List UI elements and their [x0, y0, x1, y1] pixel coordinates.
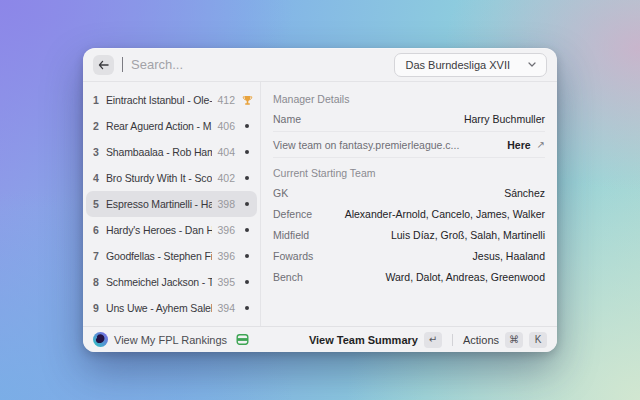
rankings-list: 1 Eintracht Istanbul - Ole-... 412 2 Rea… — [83, 82, 261, 326]
footer-divider — [452, 334, 453, 346]
detail-panel: Manager Details Name Harry Buchmuller Vi… — [261, 82, 557, 326]
team-score: 412 — [217, 94, 235, 106]
dot-icon — [241, 228, 253, 232]
rank-number: 8 — [91, 276, 101, 288]
chevron-down-icon — [528, 62, 536, 67]
list-item[interactable]: 4 Bro Sturdy With It - Sco... 402 — [86, 165, 257, 191]
bench-row: Bench Ward, Dalot, Andreas, Greenwood — [273, 266, 545, 287]
position-value: Jesus, Haaland — [473, 250, 545, 262]
footer-command-label: View My FPL Rankings — [114, 334, 227, 346]
team-title: Hardy's Heroes - Dan H... — [106, 224, 212, 236]
green-list-icon — [236, 333, 249, 346]
position-value: Luis Díaz, Groß, Salah, Martinelli — [391, 229, 545, 241]
team-title: Eintracht Istanbul - Ole-... — [106, 94, 212, 106]
rank-number: 9 — [91, 302, 101, 314]
k-key-icon: K — [529, 332, 547, 348]
dot-icon — [241, 176, 253, 180]
manager-details-header: Manager Details — [273, 86, 545, 108]
team-title: Schmeichel Jackson - T... — [106, 276, 212, 288]
desktop-background: Das Burndesliga XVII 1 Eintracht Istanbu… — [0, 0, 640, 400]
launcher-window: Das Burndesliga XVII 1 Eintracht Istanbu… — [83, 48, 557, 352]
search-input[interactable] — [131, 57, 386, 72]
league-dropdown[interactable]: Das Burndesliga XVII — [394, 53, 547, 77]
team-title: Rear Aguerd Action - M... — [106, 120, 212, 132]
view-team-link-label: View team on fantasy.premierleague.c... — [273, 139, 459, 151]
text-caret — [122, 57, 123, 72]
view-team-link[interactable]: Here ↗ — [507, 139, 545, 151]
team-score: 398 — [217, 198, 235, 210]
arrow-up-right-icon: ↗ — [537, 139, 545, 150]
gk-row: GK Sánchez — [273, 182, 545, 203]
rank-number: 1 — [91, 94, 101, 106]
rank-number: 3 — [91, 146, 101, 158]
team-title: Goodfellas - Stephen Fi... — [106, 250, 212, 262]
view-team-link-row[interactable]: View team on fantasy.premierleague.c... … — [273, 134, 545, 155]
position-label: Defence — [273, 208, 312, 220]
trophy-icon — [241, 95, 253, 106]
rank-number: 2 — [91, 120, 101, 132]
list-item[interactable]: 8 Schmeichel Jackson - T... 395 — [86, 269, 257, 295]
enter-key-icon: ↵ — [424, 332, 442, 348]
position-label: Bench — [273, 271, 303, 283]
list-item[interactable]: 2 Rear Aguerd Action - M... 406 — [86, 113, 257, 139]
midfield-row: Midfield Luis Díaz, Groß, Salah, Martine… — [273, 224, 545, 245]
team-title: Espresso Martinelli - Ha... — [106, 198, 212, 210]
position-value: Alexander-Arnold, Cancelo, James, Walker — [345, 208, 545, 220]
position-value: Sánchez — [504, 187, 545, 199]
position-label: GK — [273, 187, 288, 199]
action-bar: View My FPL Rankings View Team Summary ↵… — [83, 326, 557, 352]
list-item-selected[interactable]: 5 Espresso Martinelli - Ha... 398 — [86, 191, 257, 217]
team-score: 394 — [217, 302, 235, 314]
dot-icon — [241, 124, 253, 128]
cmd-key-icon: ⌘ — [505, 332, 523, 348]
team-score: 395 — [217, 276, 235, 288]
dot-icon — [241, 254, 253, 258]
back-button[interactable] — [93, 55, 114, 75]
list-item[interactable]: 7 Goodfellas - Stephen Fi... 396 — [86, 243, 257, 269]
name-value: Harry Buchmuller — [464, 113, 545, 125]
header-bar: Das Burndesliga XVII — [83, 48, 557, 82]
team-score: 396 — [217, 250, 235, 262]
list-item[interactable]: 6 Hardy's Heroes - Dan H... 396 — [86, 217, 257, 243]
actions-button[interactable]: Actions — [463, 334, 499, 346]
rank-number: 7 — [91, 250, 101, 262]
window-body: 1 Eintracht Istanbul - Ole-... 412 2 Rea… — [83, 82, 557, 326]
name-label: Name — [273, 113, 301, 125]
rank-number: 4 — [91, 172, 101, 184]
position-value: Ward, Dalot, Andreas, Greenwood — [385, 271, 545, 283]
dot-icon — [241, 150, 253, 154]
arrow-left-icon — [98, 60, 109, 70]
dot-icon — [241, 306, 253, 310]
view-team-summary-button[interactable]: View Team Summary — [309, 334, 418, 346]
defence-row: Defence Alexander-Arnold, Cancelo, James… — [273, 203, 545, 224]
forwards-row: Fowards Jesus, Haaland — [273, 245, 545, 266]
rank-number: 5 — [91, 198, 101, 210]
team-title: Shambaalaa - Rob Hami... — [106, 146, 212, 158]
divider — [273, 157, 545, 158]
position-label: Fowards — [273, 250, 313, 262]
list-item[interactable]: 9 Uns Uwe - Ayhem Saleh 394 — [86, 295, 257, 321]
fpl-logo-icon — [93, 332, 108, 347]
position-label: Midfield — [273, 229, 309, 241]
dot-icon — [241, 202, 253, 206]
league-dropdown-value: Das Burndesliga XVII — [405, 59, 510, 71]
dot-icon — [241, 280, 253, 284]
team-title: Bro Sturdy With It - Sco... — [106, 172, 212, 184]
team-score: 402 — [217, 172, 235, 184]
list-item[interactable]: 1 Eintracht Istanbul - Ole-... 412 — [86, 87, 257, 113]
team-score: 396 — [217, 224, 235, 236]
name-row: Name Harry Buchmuller — [273, 108, 545, 129]
link-text: Here — [507, 139, 530, 151]
divider — [273, 131, 545, 132]
starting-team-header: Current Starting Team — [273, 160, 545, 182]
rank-number: 6 — [91, 224, 101, 236]
team-score: 406 — [217, 120, 235, 132]
team-title: Uns Uwe - Ayhem Saleh — [106, 302, 212, 314]
list-item[interactable]: 3 Shambaalaa - Rob Hami... 404 — [86, 139, 257, 165]
team-score: 404 — [217, 146, 235, 158]
